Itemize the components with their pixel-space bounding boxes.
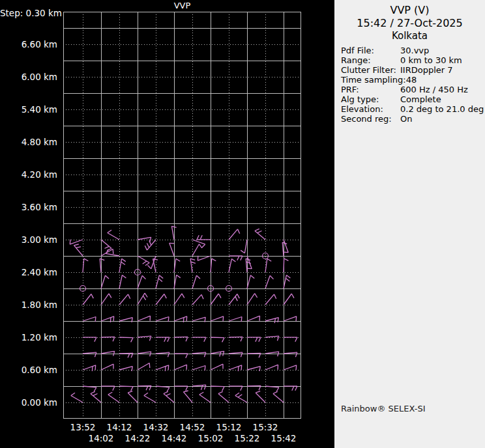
parameter-label: PRF: [341,85,400,94]
wind-barb-plot [63,12,302,419]
y-axis-label: 3.00 km [0,234,57,245]
parameter-row: PRF:600 Hz / 450 Hz [341,85,485,94]
x-axis-label: 14:42 [156,433,192,443]
panel-header: VVP (V) 15:42 / 27-Oct-2025 Kolkata [334,0,485,42]
y-axis-label: 0.00 km [0,397,57,408]
software-brand-label: Rainbow® SELEX-SI [341,404,426,413]
y-axis-label: 2.40 km [0,267,57,277]
parameter-label: Clutter Filter: [341,65,400,75]
station-name: Kolkata [334,30,485,42]
parameter-label: Elevation: [341,104,400,114]
parameter-row: Clutter Filter:IIRDoppler 7 [341,65,485,75]
x-axis-label: 15:42 [265,433,302,443]
parameter-row: Elevation:0.2 deg to 21.0 deg [341,104,485,114]
y-axis-label: 6.60 km [0,39,57,49]
x-axis-label: 14:52 [174,422,211,432]
x-axis-label: 14:02 [83,433,119,443]
y-axis-label: 0.60 km [0,365,57,375]
scan-parameters-list: Pdf File:30.vvpRange:0 km to 30 kmClutte… [334,46,485,124]
parameter-value: 600 Hz / 450 Hz [400,85,468,94]
parameter-value: 30.vvp [400,46,429,55]
chart-title: VVP [63,1,301,10]
parameter-label: Second reg: [341,114,400,124]
parameter-value: On [400,114,412,124]
parameter-label: Range: [341,55,400,65]
parameter-label: Pdf File: [341,46,400,55]
parameter-value: 0 km to 30 km [400,55,462,65]
x-axis-label: 13:52 [65,422,101,432]
x-axis-label: 14:32 [138,422,174,432]
y-axis-label: 4.80 km [0,137,57,147]
height-step-label: Step: 0.30 km [0,8,57,18]
parameter-value: IIRDoppler 7 [400,65,453,75]
scan-datetime: 15:42 / 27-Oct-2025 [334,17,485,30]
y-axis-label: 1.80 km [0,300,57,310]
parameter-label: Time sampling: [341,75,406,85]
parameter-row: Alg type:Complete [341,94,485,104]
y-axis-label: 5.40 km [0,104,57,115]
y-axis-label: 4.20 km [0,169,57,180]
y-axis-label: 6.00 km [0,72,57,82]
x-axis-label: 15:12 [211,422,247,432]
parameter-value: Complete [400,94,441,104]
parameter-row: Time sampling:48 [341,75,485,85]
parameter-value: 0.2 deg to 21.0 deg [400,104,484,114]
parameter-row: Range:0 km to 30 km [341,55,485,65]
x-axis-label: 14:12 [101,422,138,432]
vvp-time-height-chart: VVP Step: 0.30 km 6.60 km6.00 km5.40 km4… [0,0,334,448]
parameter-row: Second reg:On [341,114,485,124]
y-axis-label: 3.60 km [0,202,57,212]
parameter-row: Pdf File:30.vvp [341,46,485,55]
info-panel: VVP (V) 15:42 / 27-Oct-2025 Kolkata Pdf … [334,0,485,448]
parameter-value: 48 [406,75,417,85]
x-axis-label: 14:22 [119,433,156,443]
x-axis-label: 15:32 [247,422,284,432]
x-axis-label: 15:02 [192,433,229,443]
product-title: VVP (V) [334,4,485,17]
y-axis-label: 1.20 km [0,332,57,343]
x-axis-label: 15:22 [229,433,265,443]
parameter-label: Alg type: [341,94,400,104]
